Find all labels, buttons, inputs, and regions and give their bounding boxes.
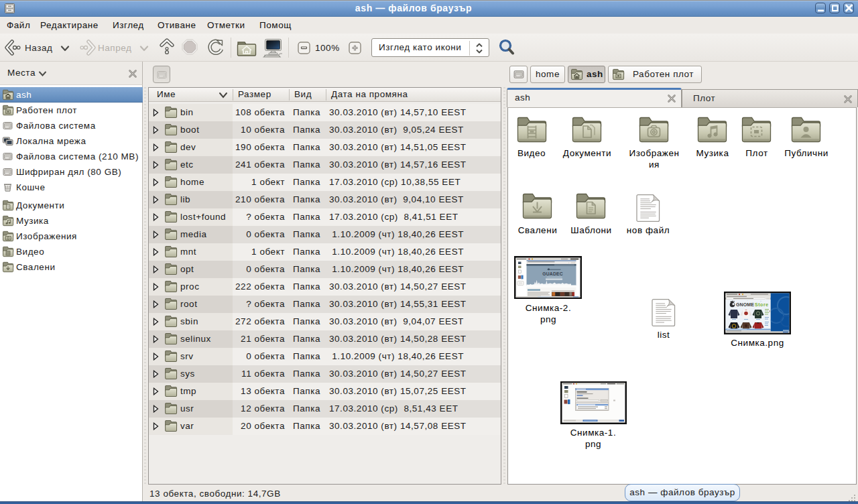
svg-text:GUADEC: GUADEC (542, 271, 563, 276)
svg-text:GNOME: GNOME (736, 302, 754, 307)
svg-text:Store: Store (755, 302, 769, 307)
